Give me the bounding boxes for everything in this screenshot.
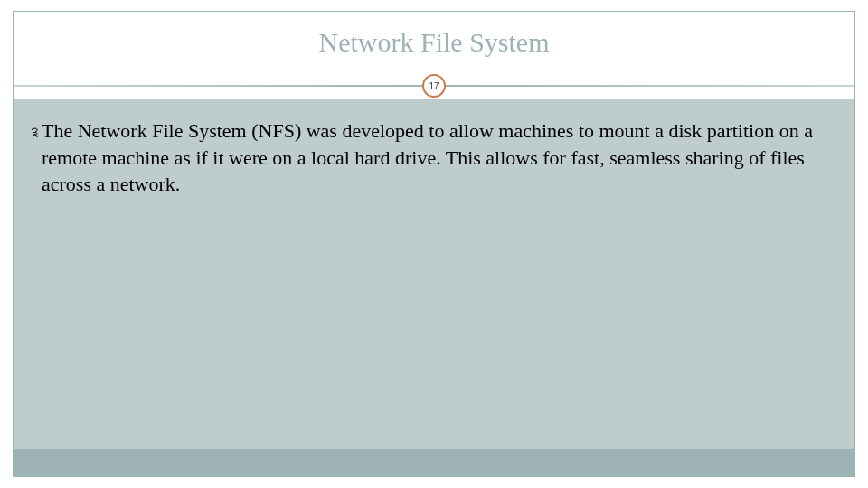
slide-number: 17 [429,81,439,91]
bullet-item: ༉ The Network File System (NFS) was deve… [30,117,838,198]
slide-title: Network File System [0,27,868,58]
footer-bar [14,449,854,476]
slide-number-badge: 17 [422,74,446,98]
bullet-text: The Network File System (NFS) was develo… [42,117,838,198]
content-area: ༉ The Network File System (NFS) was deve… [14,99,854,476]
bullet-swirl-icon: ༉ [30,123,38,145]
